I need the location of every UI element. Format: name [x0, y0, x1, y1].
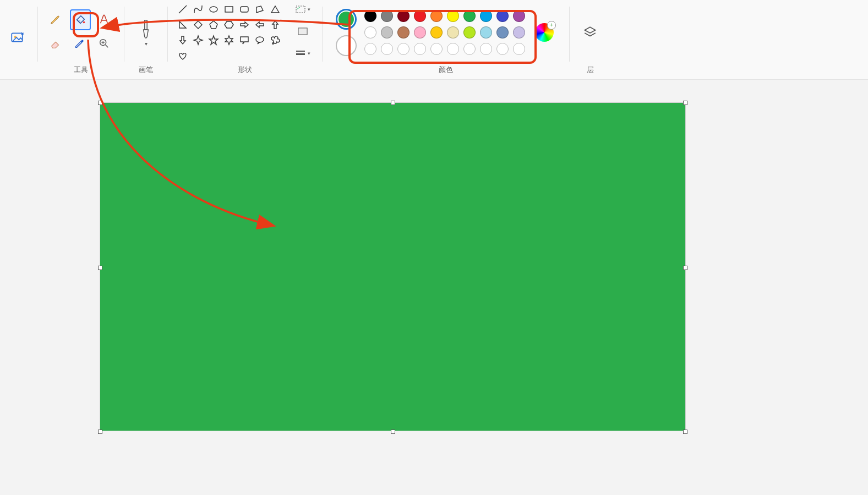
image-icon [10, 30, 24, 45]
svg-rect-12 [298, 28, 307, 35]
magnifier-tool-button[interactable] [94, 34, 114, 53]
shape-arrow-down[interactable] [176, 33, 190, 47]
eraser-tool-button[interactable] [46, 34, 65, 53]
fill-icon [298, 28, 308, 35]
shape-arrow-left[interactable] [253, 18, 267, 32]
shape-polygon[interactable] [253, 2, 267, 16]
resize-handle[interactable] [683, 430, 687, 434]
resize-handle[interactable] [98, 266, 102, 270]
layers-button[interactable] [577, 20, 603, 45]
color-wheel-icon [535, 23, 554, 42]
shape-diamond[interactable] [191, 18, 205, 32]
shape-heart[interactable] [176, 48, 190, 63]
shapes-gallery[interactable] [176, 2, 282, 63]
svg-rect-14 [296, 53, 305, 55]
shape-outline-button[interactable]: ▾ [291, 2, 314, 16]
canvas-area [0, 80, 868, 495]
group-layers-label: 层 [587, 63, 594, 79]
shape-size-button[interactable]: ▾ [291, 46, 314, 61]
shape-star5[interactable] [206, 33, 221, 47]
shape-curve[interactable] [191, 2, 205, 16]
shape-fill-button[interactable] [291, 24, 314, 38]
shape-hexagon[interactable] [222, 18, 236, 32]
chevron-down-icon: ▾ [308, 7, 310, 12]
stroke-icon [296, 50, 305, 57]
shape-arrow-right[interactable] [237, 18, 252, 32]
svg-rect-13 [296, 51, 305, 52]
group-brush-label: 画笔 [139, 63, 153, 79]
group-shapes-label: 形状 [238, 63, 252, 79]
group-layers: 层 [570, 2, 610, 79]
eyedropper-icon [74, 37, 86, 50]
group-tools-label: 工具 [74, 63, 88, 79]
shape-pentagon[interactable] [206, 18, 221, 32]
svg-point-9 [272, 43, 274, 45]
outline-icon [296, 6, 305, 13]
resize-handle[interactable] [98, 430, 102, 434]
resize-handle[interactable] [683, 101, 687, 105]
shape-callout-round[interactable] [253, 33, 267, 47]
eraser-icon [50, 37, 62, 50]
shape-rect[interactable] [222, 2, 236, 16]
shape-arrow-up[interactable] [268, 18, 282, 32]
svg-rect-7 [241, 7, 248, 12]
annotation-box-tool [73, 12, 99, 37]
svg-rect-6 [225, 7, 233, 12]
shape-star6[interactable] [222, 33, 236, 47]
text-icon [98, 13, 110, 25]
svg-point-3 [81, 40, 84, 42]
resize-handle[interactable] [391, 430, 395, 434]
group-image [2, 2, 37, 79]
shape-callout-rect[interactable] [237, 33, 252, 47]
shape-line[interactable] [176, 2, 190, 16]
brush-tool-button[interactable]: ▾ [132, 13, 160, 52]
shape-triangle[interactable] [268, 2, 282, 16]
chevron-down-icon: ▾ [308, 51, 310, 56]
resize-handle[interactable] [391, 101, 395, 105]
shape-star4[interactable] [191, 33, 205, 47]
canvas[interactable] [100, 103, 685, 431]
shape-oval[interactable] [206, 2, 221, 16]
shape-round-rect[interactable] [237, 2, 252, 16]
pencil-icon [50, 13, 62, 25]
group-colors-label: 颜色 [439, 63, 453, 79]
annotation-box-colors [348, 10, 537, 64]
group-brush: ▾ 画笔 [124, 2, 167, 79]
image-tool-button[interactable] [4, 25, 30, 50]
chevron-down-icon: ▾ [145, 41, 148, 47]
shape-right-triangle[interactable] [176, 18, 190, 32]
svg-rect-10 [296, 6, 305, 13]
shape-callout-cloud[interactable] [268, 33, 282, 47]
magnifier-icon [98, 37, 110, 50]
brush-icon [139, 19, 153, 41]
resize-handle[interactable] [98, 101, 102, 105]
layers-icon [583, 25, 597, 40]
resize-handle[interactable] [683, 266, 687, 270]
svg-point-5 [210, 7, 217, 12]
pencil-tool-button[interactable] [46, 9, 65, 29]
svg-point-8 [256, 37, 264, 42]
group-shapes: ▾ ▾ 形状 [168, 2, 322, 79]
